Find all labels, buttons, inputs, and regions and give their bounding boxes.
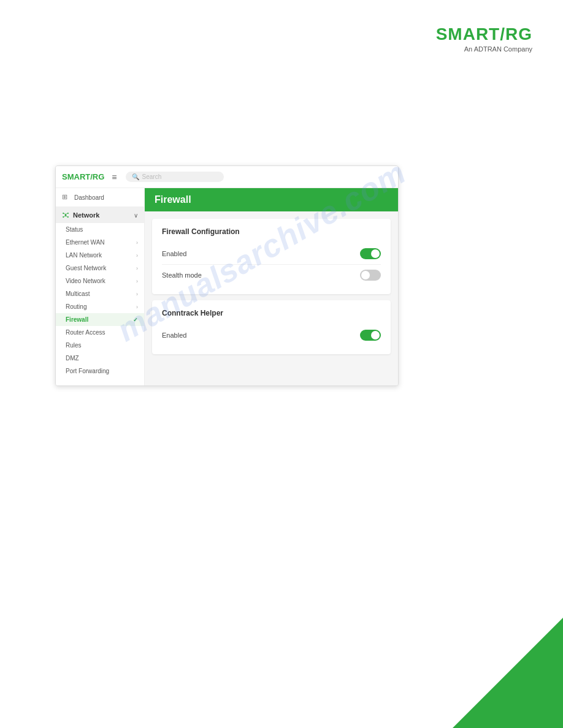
content-area: Firewall Firewall Configuration Enabled … — [145, 188, 398, 385]
lan-network-arrow: › — [136, 252, 138, 259]
svg-line-7 — [64, 216, 66, 217]
port-forwarding-label: Port Forwarding — [66, 368, 109, 374]
firewall-config-title: Firewall Configuration — [162, 227, 381, 236]
svg-point-1 — [63, 213, 64, 214]
sidebar-item-ethernet-wan[interactable]: Ethernet WAN › — [56, 236, 144, 249]
logo-subtitle: An ADTRAN Company — [436, 45, 532, 53]
svg-point-2 — [67, 213, 69, 214]
dashboard-label: Dashboard — [74, 194, 104, 201]
main-layout: ⊞ Dashboard — [56, 188, 398, 385]
multicast-label: Multicast — [66, 290, 90, 297]
dmz-label: DMZ — [66, 355, 79, 362]
sidebar-item-lan-network[interactable]: LAN Network › — [56, 249, 144, 262]
conntrack-enabled-row: Enabled — [162, 325, 381, 346]
network-icon — [62, 211, 69, 219]
router-access-label: Router Access — [66, 329, 105, 336]
conntrack-card: Conntrack Helper Enabled — [152, 300, 391, 354]
sidebar-item-dmz[interactable]: DMZ — [56, 352, 144, 365]
ethernet-wan-arrow: › — [136, 240, 138, 246]
lan-network-label: LAN Network — [66, 252, 102, 259]
brand-logo: SMART/RG An ADTRAN Company — [436, 25, 532, 53]
rules-label: Rules — [66, 342, 82, 349]
hamburger-icon[interactable]: ≡ — [112, 172, 117, 182]
search-bar[interactable]: 🔍 Search — [126, 172, 224, 182]
content-body: Firewall Configuration Enabled Stealth m… — [145, 211, 398, 385]
firewall-check-icon: ✓ — [133, 317, 138, 323]
sidebar-item-multicast[interactable]: Multicast › — [56, 287, 144, 300]
sidebar-item-dashboard[interactable]: ⊞ Dashboard — [56, 188, 144, 207]
firewall-config-card: Firewall Configuration Enabled Stealth m… — [152, 219, 391, 294]
sidebar-item-status[interactable]: Status — [56, 223, 144, 236]
conntrack-enabled-label: Enabled — [162, 332, 186, 339]
svg-point-4 — [67, 216, 69, 218]
svg-point-0 — [65, 214, 67, 216]
page-title: Firewall — [155, 194, 191, 205]
network-chevron-icon: ∨ — [134, 212, 138, 219]
logo-text: SMART/RG — [436, 25, 532, 44]
ethernet-wan-label: Ethernet WAN — [66, 239, 105, 246]
dashboard-icon: ⊞ — [62, 193, 71, 202]
search-placeholder: Search — [142, 173, 162, 180]
enabled-label: Enabled — [162, 250, 186, 257]
sidebar-item-rules[interactable]: Rules — [56, 339, 144, 352]
svg-line-5 — [64, 213, 66, 214]
video-network-label: Video Network — [66, 278, 105, 284]
sidebar-item-routing[interactable]: Routing › — [56, 300, 144, 313]
routing-label: Routing — [66, 303, 86, 310]
stealth-toggle[interactable] — [360, 270, 381, 281]
conntrack-enabled-toggle[interactable] — [360, 330, 381, 341]
enabled-row: Enabled — [162, 243, 381, 265]
sidebar-item-port-forwarding[interactable]: Port Forwarding — [56, 365, 144, 377]
sidebar-item-guest-network[interactable]: Guest Network › — [56, 262, 144, 275]
guest-network-label: Guest Network — [66, 265, 106, 271]
sidebar: ⊞ Dashboard — [56, 188, 145, 385]
app-screenshot: SMART/RG ≡ 🔍 Search ⊞ Dashboard — [55, 165, 399, 386]
firewall-label: Firewall — [66, 316, 88, 323]
app-logo: SMART/RG — [62, 172, 104, 181]
conntrack-toggle-knob — [371, 331, 380, 339]
sidebar-item-firewall[interactable]: Firewall ✓ — [56, 313, 144, 326]
conntrack-title: Conntrack Helper — [162, 309, 381, 317]
svg-line-8 — [66, 216, 67, 217]
sidebar-network-label: Network — [73, 211, 99, 219]
multicast-arrow: › — [136, 291, 138, 297]
search-icon: 🔍 — [132, 173, 139, 180]
top-bar: SMART/RG ≡ 🔍 Search — [56, 166, 398, 188]
status-label: Status — [66, 226, 83, 233]
svg-line-6 — [66, 213, 67, 214]
stealth-label: Stealth mode — [162, 271, 202, 279]
content-header: Firewall — [145, 188, 398, 211]
stealth-row: Stealth mode — [162, 265, 381, 286]
video-network-arrow: › — [136, 278, 138, 284]
guest-network-arrow: › — [136, 265, 138, 271]
stealth-toggle-knob — [361, 271, 370, 279]
corner-decoration — [453, 618, 563, 728]
sidebar-network-header[interactable]: Network ∨ — [56, 207, 144, 223]
svg-point-3 — [63, 216, 64, 218]
enabled-toggle[interactable] — [360, 248, 381, 259]
sidebar-item-router-access[interactable]: Router Access — [56, 326, 144, 339]
enabled-toggle-knob — [371, 249, 380, 258]
sidebar-item-video-network[interactable]: Video Network › — [56, 275, 144, 287]
routing-arrow: › — [136, 304, 138, 310]
